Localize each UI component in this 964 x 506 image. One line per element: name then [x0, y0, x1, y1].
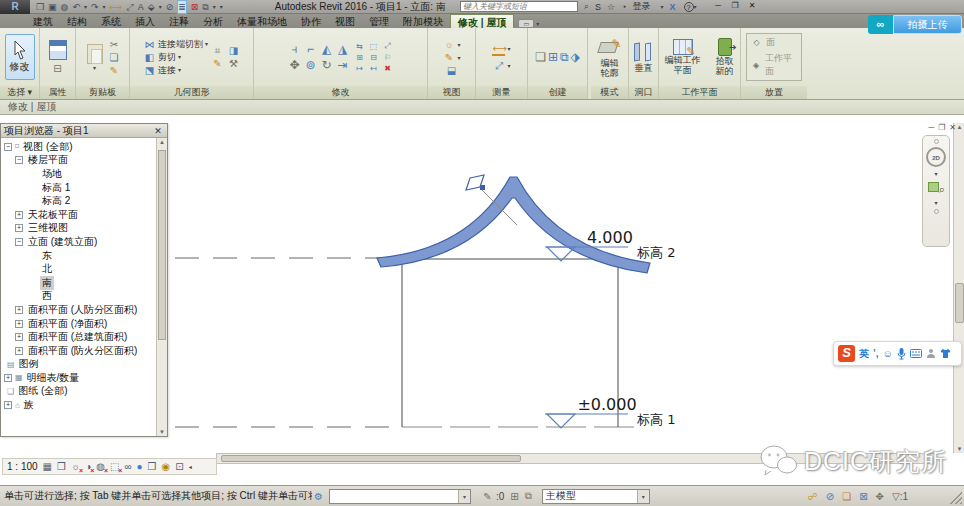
tree-item-level2[interactable]: 标高 2 [29, 194, 156, 208]
undo-icon[interactable]: ↶ [72, 1, 80, 13]
select-underlay-icon[interactable]: ⊘ [826, 491, 834, 502]
sun-path-icon[interactable]: ☼× [71, 461, 80, 472]
expand-icon[interactable]: + [15, 306, 23, 314]
close-hidden-windows-icon[interactable]: ⊠ [191, 1, 199, 13]
keyboard-icon[interactable] [910, 349, 922, 358]
copy-icon[interactable]: ❏ [108, 52, 121, 63]
help-icon[interactable]: ? [684, 2, 694, 12]
save-icon[interactable]: ▣ [48, 1, 57, 13]
view-scale[interactable]: 1 : 100 [7, 461, 38, 472]
filter-icon[interactable]: ▽:1 [892, 491, 908, 502]
hscroll-thumb[interactable] [221, 455, 521, 462]
cope-button[interactable]: ⋈连接端切割▾ [143, 38, 208, 50]
tree-item-east[interactable]: 东 [29, 249, 156, 263]
pin-icon[interactable]: ⊞ [356, 53, 363, 62]
redo-icon[interactable]: ↷ [91, 1, 99, 13]
toolbox-person-icon[interactable] [926, 348, 936, 359]
tree-item-west[interactable]: 西 [29, 290, 156, 304]
ime-punctuation-icon[interactable]: ’, [873, 348, 879, 359]
view-minimize-icon[interactable]: ─ [928, 123, 934, 132]
redo-caret-icon[interactable]: ▾ [103, 3, 106, 10]
edit-workplane-button[interactable]: ✎ 编辑工作平面 [661, 38, 705, 76]
search-input[interactable] [460, 1, 578, 12]
expand-icon[interactable]: + [15, 224, 23, 232]
design-option-caret-icon[interactable]: ▾ [637, 490, 649, 503]
select-pinned-icon[interactable]: ❏ [842, 491, 851, 502]
workplane-symbol-handle[interactable] [480, 185, 485, 190]
array-icon[interactable]: ⬚ [370, 42, 378, 51]
trim-extend-icon[interactable]: ⇥ [337, 58, 347, 72]
3d-caret-icon[interactable]: ▾ [159, 3, 162, 10]
offset-icon[interactable]: ⌐ [307, 42, 314, 56]
revit-app-button[interactable]: R [0, 0, 30, 14]
measure-tool-icon[interactable]: ⟷ [492, 43, 505, 56]
rendering-icon[interactable]: ◍× [96, 461, 105, 472]
select-links-icon[interactable]: ☍ [808, 491, 818, 502]
a360-x-icon[interactable]: X [670, 2, 676, 12]
trim-corner-icon[interactable]: ↦ [356, 64, 363, 73]
tree-item-area-net[interactable]: +面积平面 (净面积) [15, 317, 156, 331]
edit-profile-label[interactable]: 编辑轮廓 [597, 58, 623, 78]
zoom-tool-icon[interactable]: ⌕ [927, 180, 945, 196]
copy-element-icon[interactable]: ⊚ [305, 58, 315, 72]
undo-caret-icon[interactable]: ▾ [84, 3, 87, 10]
wheel-caret-icon[interactable]: ▾ [934, 170, 937, 177]
level2-name[interactable]: 标高 2 [637, 245, 675, 260]
tab-modify-roof[interactable]: 修改 | 屋顶 [450, 14, 514, 28]
text-icon[interactable]: A [138, 1, 144, 13]
tree-item-area-civil-defense[interactable]: +面积平面 (人防分区面积) [15, 303, 156, 317]
type-properties-icon[interactable]: ⊟ [51, 63, 64, 74]
favorites-star-icon[interactable]: ☆ [607, 2, 615, 12]
tab-systems[interactable]: 系统 [94, 14, 128, 28]
switch-windows-icon[interactable]: ⧉ [202, 1, 208, 13]
drag-on-selection-icon[interactable]: ✥ [876, 491, 884, 502]
vscroll-thumb[interactable] [955, 283, 964, 323]
paint-icon[interactable]: ✎ [211, 58, 224, 69]
mirror-pick-icon[interactable]: ◭ [322, 42, 331, 56]
camera-chip-icon[interactable]: ▭ [518, 19, 534, 28]
edit-profile-icon[interactable]: ✎ [598, 37, 622, 57]
select-by-face-icon[interactable]: ⊠ [859, 491, 867, 502]
tree-item-ceiling-plans[interactable]: +天花板平面 [15, 208, 156, 222]
tree-item-legends[interactable]: ▤图例 [4, 358, 156, 372]
switch-windows-caret-icon[interactable]: ▾ [213, 3, 216, 10]
resize-grip[interactable] [950, 492, 962, 504]
open-icon[interactable]: ❒ [36, 1, 44, 13]
tab-structure[interactable]: 结构 [60, 14, 94, 28]
sogou-logo-icon[interactable]: S [838, 345, 855, 362]
tree-item-sheets[interactable]: ❏图纸 (全部) [4, 385, 156, 399]
unpin-icon[interactable]: ⊟ [370, 53, 377, 62]
section-icon[interactable]: ⊘ [166, 1, 174, 13]
properties-icon[interactable] [49, 40, 67, 60]
navbar-top-dot-icon[interactable] [934, 139, 939, 144]
tab-massing-site[interactable]: 体量和场地 [230, 14, 294, 28]
skin-shirt-icon[interactable] [940, 348, 951, 359]
exchange-apps-icon[interactable]: S [595, 2, 601, 12]
capture-upload-button[interactable]: 拍摄上传 [893, 15, 962, 34]
level1-triangle-icon[interactable] [547, 414, 575, 428]
project-browser-close-icon[interactable]: ✕ [152, 126, 164, 136]
cut-icon[interactable]: ✂ [108, 39, 121, 50]
tree-item-schedules[interactable]: +▦明细表/数量 [4, 371, 156, 385]
vscroll-down-icon[interactable]: ▼ [954, 446, 964, 452]
worksharing-icon[interactable]: ⚙ [314, 491, 323, 502]
help-caret-icon[interactable]: ▾ [694, 3, 697, 10]
signin-label[interactable]: 登录 [633, 0, 651, 13]
close-button[interactable]: ✕ [745, 1, 760, 12]
capture-app-icon[interactable]: ∞ [868, 15, 893, 34]
dimension-tool-icon[interactable]: ⤢ [492, 60, 505, 71]
tree-item-3d-views[interactable]: +三维视图 [15, 222, 156, 236]
emoji-icon[interactable]: ☺ [883, 348, 893, 359]
linework-icon[interactable]: ✎ [442, 52, 455, 63]
move-icon[interactable]: ✥ [289, 58, 299, 72]
shadows-icon[interactable]: ◑× [85, 461, 91, 472]
measure-icon[interactable]: ⟷ [110, 1, 123, 13]
browser-scroll-thumb[interactable] [158, 150, 166, 340]
create-group-icon[interactable]: ⊞ [548, 50, 558, 64]
expand-icon[interactable]: + [4, 401, 12, 409]
browser-scroll-up-icon[interactable]: ▲ [157, 139, 167, 145]
constraints-lock-icon[interactable]: ⊡ [175, 461, 183, 472]
modify-tool-button[interactable]: 修改 [5, 34, 35, 80]
user-icon[interactable]: ◔ [621, 2, 626, 12]
tab-insert[interactable]: 插入 [128, 14, 162, 28]
